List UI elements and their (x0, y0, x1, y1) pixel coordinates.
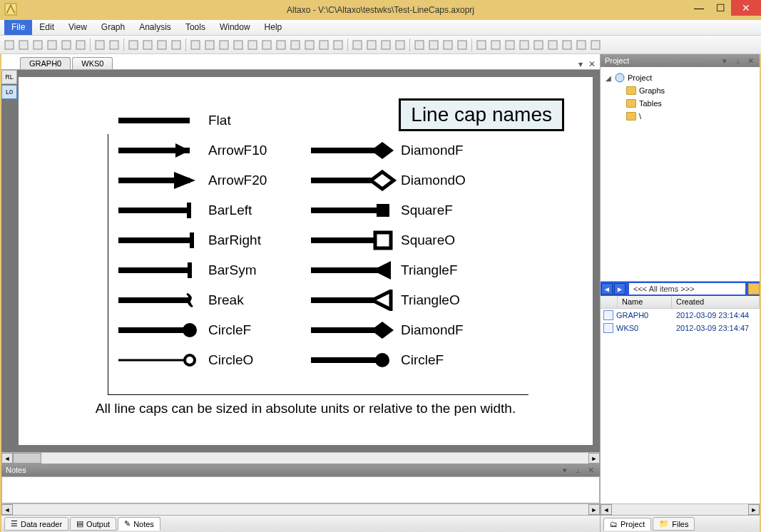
layer4-icon[interactable] (518, 39, 531, 51)
layer2-icon[interactable] (489, 39, 502, 51)
pan-icon[interactable] (379, 39, 392, 51)
table-icon[interactable] (108, 39, 121, 51)
close-button[interactable]: ✕ (731, 0, 761, 16)
svg-point-72 (375, 353, 389, 367)
zoom-icon[interactable] (365, 39, 378, 51)
layer8-icon[interactable] (575, 39, 588, 51)
notes-close-icon[interactable]: ✕ (586, 465, 596, 475)
layer3-icon[interactable] (504, 39, 516, 51)
menu-analysis[interactable]: Analysis (132, 20, 178, 35)
layer1-icon[interactable] (475, 39, 488, 51)
browser-hscrollbar[interactable]: ◄► (601, 503, 760, 515)
tree-item-graphs[interactable]: Graphs (639, 86, 665, 95)
browser-breadcrumb[interactable]: <<< All items >>> (629, 283, 745, 295)
svg-point-66 (183, 323, 197, 337)
project-tree[interactable]: ◢ Project Graphs Tables \ (601, 67, 760, 281)
layer5-icon[interactable] (532, 39, 545, 51)
svg-rect-10 (143, 41, 152, 49)
save-icon[interactable] (31, 39, 44, 51)
triangle-icon[interactable] (289, 39, 302, 51)
cap-sample-TriangleO (311, 297, 389, 304)
project-menu-icon[interactable]: ▾ (720, 56, 730, 66)
delete-icon[interactable] (170, 39, 183, 51)
paste-icon[interactable] (155, 39, 168, 51)
svg-rect-38 (563, 41, 571, 49)
project-pin-icon[interactable]: ⟂ (732, 56, 742, 66)
align-center-icon[interactable] (427, 39, 440, 51)
rect-icon[interactable] (246, 39, 259, 51)
menu-view[interactable]: View (61, 20, 94, 35)
doc-tab-wks0[interactable]: WKS0 (72, 57, 113, 69)
ellipse-icon[interactable] (260, 39, 273, 51)
align-left-icon[interactable] (413, 39, 426, 51)
print-icon[interactable] (74, 39, 87, 51)
tree-expand-icon[interactable]: ◢ (605, 74, 612, 82)
browser-back-button[interactable]: ◄ (601, 283, 613, 295)
svg-rect-2 (19, 41, 28, 49)
browser-forward-button[interactable]: ► (614, 283, 625, 295)
browser-up-button[interactable] (748, 283, 760, 295)
doc-tab-graph0[interactable]: GRAPH0 (20, 57, 71, 69)
notes-menu-icon[interactable]: ▾ (560, 465, 570, 475)
cap-row: Flat (118, 106, 564, 135)
graph-canvas[interactable]: Line cap names FlatArrowF10DiamondFArrow… (19, 77, 593, 445)
menu-tools[interactable]: Tools (178, 20, 213, 35)
item-icon (603, 310, 613, 320)
curve-icon[interactable] (275, 39, 287, 51)
right-tab-files[interactable]: 📁Files (653, 517, 695, 531)
menu-edit[interactable]: Edit (32, 20, 61, 35)
poly-icon[interactable] (303, 39, 316, 51)
svg-rect-27 (396, 41, 404, 49)
svg-marker-45 (371, 142, 394, 159)
tab-close-icon[interactable]: ✕ (587, 59, 597, 69)
notes-hscrollbar[interactable]: ◄► (1, 503, 600, 515)
grid-icon[interactable] (93, 39, 106, 51)
pointer-icon[interactable] (189, 39, 202, 51)
layer6-icon[interactable] (546, 39, 559, 51)
copy-icon[interactable] (141, 39, 154, 51)
cap-sample-CircleF (311, 357, 389, 364)
side-btn-rl[interactable]: RL (1, 70, 17, 84)
points-icon[interactable] (317, 39, 330, 51)
maximize-button[interactable]: ☐ (710, 0, 731, 16)
fit-icon[interactable] (394, 39, 407, 51)
notes-textarea[interactable] (1, 476, 600, 503)
saveall-icon[interactable] (46, 39, 58, 51)
arrow-icon[interactable] (232, 39, 245, 51)
notes-pin-icon[interactable]: ⟂ (573, 465, 583, 475)
graph-hscrollbar[interactable]: ◄► (1, 452, 600, 464)
bottom-tab-output[interactable]: ▤Output (70, 517, 116, 531)
open-icon[interactable] (17, 39, 30, 51)
browser-row[interactable]: WKS02012-03-09 23:14:47 (601, 322, 760, 334)
browser-row[interactable]: GRAPH02012-03-09 23:14:44 (601, 309, 760, 322)
menu-help[interactable]: Help (257, 20, 290, 35)
menu-graph[interactable]: Graph (94, 20, 132, 35)
col-name[interactable]: Name (618, 296, 672, 308)
line-icon[interactable] (218, 39, 230, 51)
side-btn-l0[interactable]: L0 (1, 85, 17, 99)
tree-item-tables[interactable]: Tables (639, 99, 662, 108)
layer7-icon[interactable] (561, 39, 573, 51)
align-top-icon[interactable] (456, 39, 469, 51)
cut-icon[interactable] (127, 39, 140, 51)
cross-icon[interactable] (351, 39, 364, 51)
grid2-icon[interactable] (332, 39, 344, 51)
minimize-button[interactable]: — (688, 0, 710, 16)
save-as-icon[interactable] (60, 39, 73, 51)
tab-menu-icon[interactable]: ▾ (576, 59, 586, 69)
new-icon[interactable] (3, 39, 16, 51)
svg-point-70 (185, 355, 195, 365)
menu-file[interactable]: File (4, 20, 32, 35)
text-icon[interactable] (203, 39, 216, 51)
svg-marker-68 (371, 322, 394, 339)
col-created[interactable]: Created (672, 296, 760, 308)
bottom-tab-notes[interactable]: ✎Notes (118, 517, 160, 531)
tree-item-root[interactable]: \ (639, 112, 641, 121)
menubar: FileEditViewGraphAnalysisToolsWindowHelp (0, 20, 761, 36)
layer9-icon[interactable] (589, 39, 602, 51)
menu-window[interactable]: Window (213, 20, 257, 35)
bottom-tab-data-reader[interactable]: ☰Data reader (4, 517, 68, 531)
align-right-icon[interactable] (441, 39, 454, 51)
right-tab-project[interactable]: 🗂Project (603, 518, 651, 531)
project-close-icon[interactable]: ✕ (745, 56, 755, 66)
